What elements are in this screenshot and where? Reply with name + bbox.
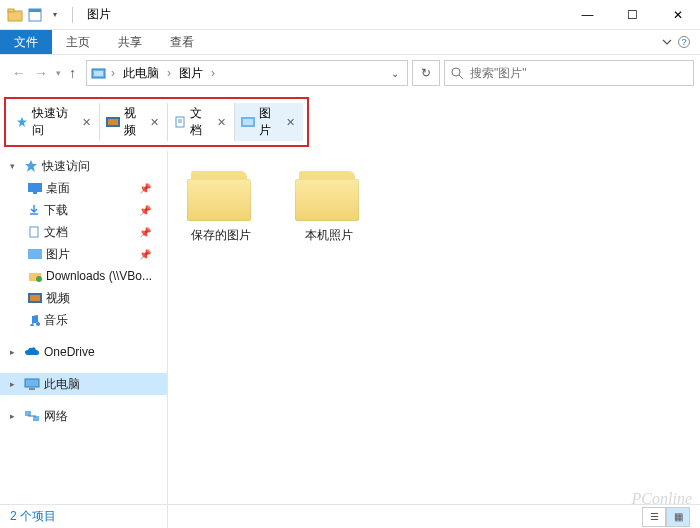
svg-rect-3 — [29, 9, 41, 12]
sidebar-item-label: Downloads (\\VBo... — [46, 269, 152, 283]
svg-rect-1 — [8, 9, 14, 12]
sidebar-label: OneDrive — [44, 345, 95, 359]
chevron-right-icon[interactable]: › — [109, 66, 117, 80]
breadcrumb-root[interactable]: 此电脑 — [119, 65, 163, 82]
doc-icon — [28, 226, 40, 238]
svg-point-22 — [36, 276, 42, 282]
caret-right-icon[interactable]: ▸ — [10, 347, 20, 357]
svg-rect-18 — [33, 192, 37, 194]
sidebar-item-downloads[interactable]: 下载 📌 — [0, 199, 167, 221]
tab-videos[interactable]: 视频 ✕ — [100, 103, 169, 141]
sidebar-item-documents[interactable]: 文档 📌 — [0, 221, 167, 243]
sidebar-item-videos[interactable]: 视频 — [0, 287, 167, 309]
sidebar-item-pictures[interactable]: 图片 📌 — [0, 243, 167, 265]
folder-icon — [187, 169, 255, 223]
svg-rect-28 — [33, 416, 39, 421]
svg-rect-10 — [108, 119, 118, 125]
main-area: ▾ 快速访问 桌面 📌 下载 📌 文档 📌 图片 📌 Downloads (\\… — [0, 151, 700, 528]
tab-close-button[interactable]: ✕ — [148, 116, 161, 129]
navigation-pane: ▾ 快速访问 桌面 📌 下载 📌 文档 📌 图片 📌 Downloads (\\… — [0, 151, 168, 528]
address-dropdown-icon[interactable]: ⌄ — [387, 68, 403, 79]
sidebar-this-pc[interactable]: ▸ 此电脑 — [0, 373, 167, 395]
quick-access-toolbar: ▾ — [0, 6, 79, 24]
desktop-icon — [28, 182, 42, 194]
tab-close-button[interactable]: ✕ — [215, 116, 228, 129]
chevron-right-icon[interactable]: › — [209, 66, 217, 80]
svg-marker-16 — [25, 160, 37, 172]
forward-button[interactable]: → — [34, 65, 48, 81]
properties-icon[interactable] — [26, 6, 44, 24]
folder-icon — [295, 169, 363, 223]
sidebar-label: 此电脑 — [44, 376, 80, 393]
star-icon — [24, 159, 38, 173]
svg-rect-20 — [28, 249, 42, 259]
refresh-button[interactable]: ↻ — [412, 60, 440, 86]
ribbon-tab-view[interactable]: 查看 — [156, 30, 208, 54]
pin-icon: 📌 — [139, 249, 151, 260]
music-icon — [28, 314, 40, 326]
tab-close-button[interactable]: ✕ — [284, 116, 297, 129]
history-dropdown-icon[interactable]: ▾ — [56, 68, 61, 78]
video-icon — [106, 116, 120, 128]
tab-label: 快速访问 — [32, 105, 76, 139]
app-icon — [6, 6, 24, 24]
minimize-button[interactable]: — — [565, 0, 610, 30]
details-view-button[interactable]: ☰ — [642, 507, 666, 527]
navigation-row: ← → ▾ ↑ › 此电脑 › 图片 › ⌄ ↻ — [0, 55, 700, 91]
close-button[interactable]: ✕ — [655, 0, 700, 30]
sidebar-item-label: 下载 — [44, 202, 68, 219]
window-controls: — ☐ ✕ — [565, 0, 700, 30]
search-box[interactable] — [444, 60, 694, 86]
nav-arrows: ← → ▾ ↑ — [6, 65, 82, 81]
sidebar-item-music[interactable]: 音乐 — [0, 309, 167, 331]
ribbon-expand-button[interactable]: ? — [652, 30, 700, 54]
window-title: 图片 — [87, 6, 111, 23]
sidebar-item-label: 视频 — [46, 290, 70, 307]
svg-rect-27 — [25, 411, 31, 416]
tab-label: 图片 — [259, 105, 280, 139]
sidebar-item-desktop[interactable]: 桌面 📌 — [0, 177, 167, 199]
tab-close-button[interactable]: ✕ — [80, 116, 93, 129]
caret-right-icon[interactable]: ▸ — [10, 379, 20, 389]
up-button[interactable]: ↑ — [69, 65, 76, 81]
svg-point-6 — [452, 68, 460, 76]
sidebar-label: 快速访问 — [42, 158, 90, 175]
tab-label: 文档 — [190, 105, 211, 139]
sidebar-item-label: 音乐 — [44, 312, 68, 329]
content-pane[interactable]: 保存的图片 本机照片 — [168, 151, 700, 528]
folder-item[interactable]: 保存的图片 — [176, 169, 266, 244]
svg-rect-17 — [28, 183, 42, 192]
folder-item[interactable]: 本机照片 — [284, 169, 374, 244]
sidebar-quick-access[interactable]: ▾ 快速访问 — [0, 155, 167, 177]
tab-pictures[interactable]: 图片 ✕ — [235, 103, 303, 141]
status-bar: 2 个项目 ☰ ▦ — [0, 504, 700, 528]
picture-icon — [241, 116, 255, 128]
location-icon — [91, 66, 107, 80]
chevron-right-icon[interactable]: › — [165, 66, 173, 80]
network-folder-icon — [28, 270, 42, 282]
picture-icon — [28, 248, 42, 260]
sidebar-item-network-downloads[interactable]: Downloads (\\VBo... — [0, 265, 167, 287]
sidebar-onedrive[interactable]: ▸ OneDrive — [0, 341, 167, 363]
back-button[interactable]: ← — [12, 65, 26, 81]
caret-down-icon[interactable]: ▾ — [10, 161, 20, 171]
network-icon — [24, 410, 40, 422]
sidebar-network[interactable]: ▸ 网络 — [0, 405, 167, 427]
folder-tabs-container: 快速访问 ✕ 视频 ✕ 文档 ✕ 图片 ✕ — [0, 91, 700, 151]
breadcrumb-current[interactable]: 图片 — [175, 65, 207, 82]
title-bar: ▾ 图片 — ☐ ✕ — [0, 0, 700, 30]
ribbon-tab-file[interactable]: 文件 — [0, 30, 52, 54]
icons-view-button[interactable]: ▦ — [666, 507, 690, 527]
qat-dropdown-icon[interactable]: ▾ — [46, 6, 64, 24]
svg-rect-24 — [30, 295, 40, 301]
maximize-button[interactable]: ☐ — [610, 0, 655, 30]
ribbon-tab-home[interactable]: 主页 — [52, 30, 104, 54]
folder-label: 保存的图片 — [191, 227, 251, 244]
tab-documents[interactable]: 文档 ✕ — [168, 103, 235, 141]
search-input[interactable] — [470, 66, 687, 80]
address-bar[interactable]: › 此电脑 › 图片 › ⌄ — [86, 60, 408, 86]
tab-quick-access[interactable]: 快速访问 ✕ — [10, 103, 100, 141]
ribbon-tab-share[interactable]: 共享 — [104, 30, 156, 54]
cloud-icon — [24, 346, 40, 358]
caret-right-icon[interactable]: ▸ — [10, 411, 20, 421]
